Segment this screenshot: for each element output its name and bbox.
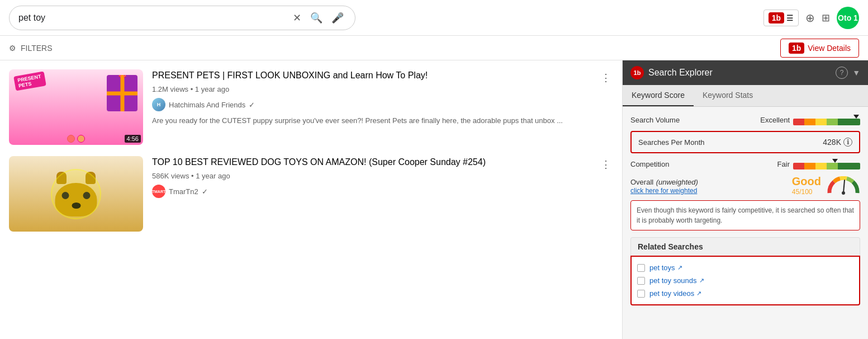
bar-segment-red xyxy=(793,119,804,125)
searches-per-month-label: Searches Per Month xyxy=(638,138,705,147)
search-volume-row: Search Volume Excellent xyxy=(630,115,860,125)
yt-logo: 1b xyxy=(769,12,784,23)
competition-row: Competition Fair xyxy=(630,159,860,170)
related-searches-title: Related Searches xyxy=(630,237,860,256)
competition-bar-wrapper xyxy=(793,159,860,170)
related-searches-box: pet toys ↗ pet toy sounds ↗ xyxy=(630,256,860,305)
video-description: Are you ready for the CUTEST puppy surpr… xyxy=(152,116,590,126)
panel-help-button[interactable]: ? xyxy=(836,67,848,79)
list-item[interactable]: pet toys ↗ xyxy=(637,261,853,274)
color-bar-wrapper xyxy=(793,115,860,125)
more-options-button[interactable]: ⋮ xyxy=(599,69,613,86)
filter-icon: ⚙ xyxy=(9,44,16,53)
thumbnail-art-present: PRESENTPETS 🎀 xyxy=(9,69,143,145)
bar-segment-orange xyxy=(804,163,815,170)
add-button[interactable]: ⊕ xyxy=(805,11,815,25)
oto-badge[interactable]: Oto 1 xyxy=(837,7,859,29)
overall-weighted-link[interactable]: click here for weighted xyxy=(630,187,698,195)
mic-button[interactable]: 🎤 xyxy=(329,10,346,26)
bar-segment-green xyxy=(838,163,860,170)
verified-icon: ✓ xyxy=(249,101,255,109)
search-input[interactable] xyxy=(18,13,286,23)
video-title[interactable]: TOP 10 BEST REVIEWED DOG TOYS ON AMAZON!… xyxy=(152,156,590,168)
external-link-icon: ↗ xyxy=(699,277,704,284)
thumbnail-art-dog xyxy=(9,156,143,232)
info-icon[interactable]: ℹ xyxy=(843,138,852,147)
svg-line-0 xyxy=(843,180,845,193)
more-options-button[interactable]: ⋮ xyxy=(599,156,613,173)
overall-score-container: Good 45/100 xyxy=(792,175,821,196)
related-link-2[interactable]: pet toy videos ↗ xyxy=(649,289,701,298)
search-volume-bar: Excellent xyxy=(760,115,860,125)
panel-title: Search Explorer xyxy=(648,68,831,78)
related-checkbox-2[interactable] xyxy=(637,290,645,298)
channel-name[interactable]: TmarTn2 xyxy=(169,187,198,196)
external-link-icon: ↗ xyxy=(696,290,701,297)
video-title[interactable]: PRESENT PETS | FIRST LOOK UNBOXING and L… xyxy=(152,69,590,82)
video-duration: 4:56 xyxy=(125,135,141,143)
view-details-label: View Details xyxy=(808,44,851,53)
recommendation-box: Even though this keyword is fairly compe… xyxy=(630,200,860,230)
right-panel: 1b Search Explorer ? ▼ Keyword Score Key… xyxy=(622,60,868,339)
channel-row: H Hatchimals And Friends ✓ xyxy=(152,98,590,111)
bar-segment-orange xyxy=(804,119,815,125)
channel-avatar: H xyxy=(152,98,165,111)
video-meta: 586K views • 1 year ago xyxy=(152,172,590,180)
channel-avatar: TMART xyxy=(152,185,165,198)
bar-segment-green xyxy=(838,119,860,125)
related-checkbox-1[interactable] xyxy=(637,277,645,285)
search-volume-label: Search Volume xyxy=(630,116,680,124)
video-thumbnail: PRESENTPETS 🎀 4:56 xyxy=(9,69,143,145)
related-item-label: pet toy sounds xyxy=(649,276,697,285)
panel-header: 1b Search Explorer ? ▼ xyxy=(623,60,868,85)
competition-right: Fair xyxy=(777,159,860,170)
filters-toggle[interactable]: ⚙ FILTERS xyxy=(9,44,53,53)
bar-pointer xyxy=(853,115,859,119)
grid-icon[interactable]: ⊞ xyxy=(822,12,830,24)
view-details-logo: 1b xyxy=(789,43,804,54)
view-details-button[interactable]: 1b View Details xyxy=(780,39,859,58)
top-bar: ✕ 🔍 🎤 1b ☰ ⊕ ⊞ Oto 1 xyxy=(0,0,868,36)
video-meta: 1.2M views • 1 year ago xyxy=(152,85,590,93)
channel-name[interactable]: Hatchimals And Friends xyxy=(169,101,245,109)
panel-chevron-icon[interactable]: ▼ xyxy=(852,68,860,77)
searches-per-month-value: 428K ℹ xyxy=(823,138,852,147)
overall-label: Overall (unweighted) xyxy=(630,177,698,187)
video-item[interactable]: TOP 10 BEST REVIEWED DOG TOYS ON AMAZON!… xyxy=(9,156,613,232)
verified-icon: ✓ xyxy=(202,187,208,196)
overall-right: Good 45/100 xyxy=(792,175,860,196)
video-info: TOP 10 BEST REVIEWED DOG TOYS ON AMAZON!… xyxy=(152,156,590,232)
filters-label: FILTERS xyxy=(21,44,53,53)
overall-score-text: Good xyxy=(792,175,821,188)
yt-logo-menu-button[interactable]: 1b ☰ xyxy=(763,10,799,26)
gauge-svg xyxy=(827,176,860,195)
search-volume-rating: Excellent xyxy=(760,116,790,124)
panel-body: Search Volume Excellent xyxy=(623,107,868,339)
bar-segment-red xyxy=(793,163,804,170)
top-right-actions: 1b ☰ ⊕ ⊞ Oto 1 xyxy=(763,7,859,29)
related-link-1[interactable]: pet toy sounds ↗ xyxy=(649,276,704,285)
related-checkbox-0[interactable] xyxy=(637,264,645,272)
competition-rating: Fair xyxy=(777,160,790,168)
bar-segment-yellow xyxy=(815,163,827,170)
video-item[interactable]: PRESENTPETS 🎀 4:56 PRESENT PETS | FIRST … xyxy=(9,69,613,145)
competition-label: Competition xyxy=(630,160,669,168)
search-bar-container: ✕ 🔍 🎤 xyxy=(9,6,355,30)
svg-point-1 xyxy=(842,191,845,195)
list-item[interactable]: pet toy sounds ↗ xyxy=(637,274,853,287)
external-link-icon: ↗ xyxy=(677,264,682,271)
tab-keyword-score[interactable]: Keyword Score xyxy=(623,85,694,106)
hamburger-icon: ☰ xyxy=(786,13,794,22)
tab-keyword-stats[interactable]: Keyword Stats xyxy=(694,85,762,106)
related-item-label: pet toys xyxy=(649,263,675,272)
clear-button[interactable]: ✕ xyxy=(291,10,303,26)
bar-segment-yellow xyxy=(815,119,827,125)
list-item[interactable]: pet toy videos ↗ xyxy=(637,287,853,300)
search-button[interactable]: 🔍 xyxy=(308,10,325,26)
panel-logo: 1b xyxy=(630,66,644,79)
related-link-0[interactable]: pet toys ↗ xyxy=(649,263,682,272)
video-thumbnail xyxy=(9,156,143,232)
overall-section: Overall (unweighted) click here for weig… xyxy=(630,175,860,196)
competition-color-bar xyxy=(793,163,860,170)
video-info: PRESENT PETS | FIRST LOOK UNBOXING and L… xyxy=(152,69,590,145)
